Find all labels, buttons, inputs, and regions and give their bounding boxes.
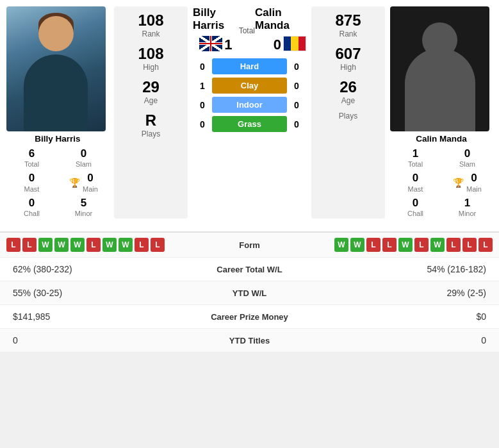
- left-slam-val: 0: [60, 147, 108, 160]
- right-chall-cell: 0 Chall: [390, 195, 441, 219]
- left-age-val: 29: [122, 78, 180, 96]
- left-age-block: 29 Age: [122, 78, 180, 105]
- right-chall-lbl: Chall: [391, 210, 439, 217]
- grass-button[interactable]: Grass: [212, 116, 287, 132]
- form-badge: L: [135, 238, 149, 252]
- uk-flag: [199, 36, 222, 51]
- left-total-lbl: Total: [8, 160, 56, 168]
- right-trophy-cell: 🏆 0 Main: [442, 170, 493, 194]
- grass-row: 0 Grass 0: [193, 116, 306, 132]
- indoor-button[interactable]: Indoor: [212, 97, 287, 113]
- stats-row: 55% (30-25)YTD W/L29% (2-5): [0, 281, 499, 305]
- left-high-lbl: High: [122, 63, 180, 72]
- stats-center-label: Career Prize Money: [199, 312, 301, 322]
- right-mast-lbl: Mast: [391, 185, 439, 193]
- form-badge: L: [414, 238, 429, 252]
- left-player-name: Billy Harris: [193, 6, 239, 32]
- left-minor-val: 5: [60, 197, 108, 210]
- form-badge: L: [86, 238, 101, 252]
- body-decoration: [24, 54, 88, 131]
- right-high-block: 607 High: [319, 45, 377, 72]
- right-total-lbl: Total: [391, 160, 439, 168]
- form-badge: W: [430, 238, 445, 252]
- right-rank-lbl: Rank: [319, 29, 377, 38]
- right-player-info: Calin Manda 1 Total 0 Slam 0 Mast: [390, 134, 493, 219]
- hard-button[interactable]: Hard: [212, 58, 287, 74]
- total-label-center: Total: [239, 24, 255, 36]
- right-name-score: Calin Manda 0: [255, 6, 306, 53]
- form-badge: W: [398, 238, 413, 252]
- stats-left-val: $141,985: [13, 311, 199, 322]
- hard-row: 0 Hard 0: [193, 58, 306, 74]
- right-slam-lbl: Slam: [443, 160, 491, 168]
- stats-center-label: Career Total W/L: [199, 265, 301, 274]
- left-chall-lbl: Chall: [8, 210, 56, 217]
- stats-row: 0YTD Titles0: [0, 329, 499, 353]
- form-row: LLWWWLWWLL Form WWLLWLWLLL: [0, 233, 499, 258]
- center-column: Billy Harris 1 Total Calin: [193, 6, 306, 219]
- right-plays-lbl: Plays: [319, 112, 377, 120]
- left-high-block: 108 High: [122, 45, 180, 72]
- left-player-name-below: Billy Harris: [6, 134, 109, 144]
- left-plays-val: R: [122, 112, 180, 129]
- names-score-row: Billy Harris 1 Total Calin: [193, 6, 306, 53]
- stats-right-val: $0: [301, 311, 487, 322]
- form-badge: L: [151, 238, 165, 252]
- right-minor-cell: 1 Minor: [442, 195, 493, 219]
- left-player-info: Billy Harris 6 Total 0 Slam 0 Mast: [6, 134, 109, 219]
- stats-row: 62% (380-232)Career Total W/L54% (216-18…: [0, 258, 499, 281]
- right-high-val: 607: [319, 45, 377, 63]
- right-total-val: 1: [391, 147, 439, 160]
- left-rank-lbl: Rank: [122, 29, 180, 38]
- grass-score-left: 0: [193, 119, 212, 129]
- left-stats-panel: 108 Rank 108 High 29 Age R Plays: [114, 6, 188, 219]
- left-form-badges: LLWWWLWWLL: [6, 238, 211, 252]
- form-badge: L: [366, 238, 380, 252]
- right-age-lbl: Age: [319, 96, 377, 105]
- stats-center-label: YTD W/L: [199, 288, 301, 298]
- left-main-val: 0: [83, 172, 98, 185]
- left-slam-lbl: Slam: [60, 160, 108, 168]
- right-slam-val: 0: [443, 147, 491, 160]
- top-section: Billy Harris 6 Total 0 Slam 0 Mast: [0, 0, 499, 225]
- ro-flag: [283, 36, 306, 51]
- right-main-lbl: Main: [466, 185, 482, 193]
- right-player-photo: [390, 6, 489, 131]
- left-trophy-cell: 🏆 0 Main: [58, 170, 109, 194]
- left-rank-val: 108: [122, 12, 180, 29]
- right-mast-val: 0: [391, 172, 439, 185]
- right-trophy-icon: 🏆: [453, 178, 464, 188]
- clay-button[interactable]: Clay: [212, 78, 287, 94]
- left-player-stats-grid: 6 Total 0 Slam 0 Mast 🏆 0: [6, 146, 109, 219]
- indoor-score-left: 0: [193, 100, 212, 110]
- right-rank-block: 875 Rank: [319, 12, 377, 38]
- form-badge: W: [334, 238, 348, 252]
- left-high-val: 108: [122, 45, 180, 63]
- form-badge: W: [38, 238, 53, 252]
- right-rank-val: 875: [319, 12, 377, 29]
- left-mast-lbl: Mast: [8, 185, 56, 193]
- left-mast-val: 0: [8, 172, 56, 185]
- left-plays-lbl: Plays: [122, 129, 180, 138]
- right-player-name: Calin Manda: [255, 6, 306, 32]
- left-total-score: 1: [224, 37, 232, 53]
- bottom-section: LLWWWLWWLL Form WWLLWLWLLL 62% (380-232)…: [0, 231, 499, 353]
- right-chall-val: 0: [391, 197, 439, 210]
- right-stats-panel: 875 Rank 607 High 26 Age Plays: [311, 6, 385, 219]
- head-decoration: [38, 16, 74, 51]
- stats-left-val: 62% (380-232): [13, 264, 199, 274]
- right-age-val: 26: [319, 78, 377, 96]
- form-badge: W: [119, 238, 133, 252]
- main-container: Billy Harris 6 Total 0 Slam 0 Mast: [0, 0, 499, 353]
- stats-left-val: 0: [13, 335, 199, 345]
- form-badge: W: [350, 238, 364, 252]
- left-mast-cell: 0 Mast: [6, 170, 57, 194]
- left-trophy-icon: 🏆: [69, 178, 80, 188]
- left-main-lbl: Main: [83, 185, 98, 193]
- right-total-score: 0: [274, 37, 281, 53]
- left-minor-cell: 5 Minor: [58, 195, 109, 219]
- left-age-lbl: Age: [122, 96, 180, 105]
- right-form-badges: WWLLWLWLLL: [288, 238, 493, 252]
- left-name-score: Billy Harris 1: [193, 6, 239, 53]
- form-badge: W: [70, 238, 85, 252]
